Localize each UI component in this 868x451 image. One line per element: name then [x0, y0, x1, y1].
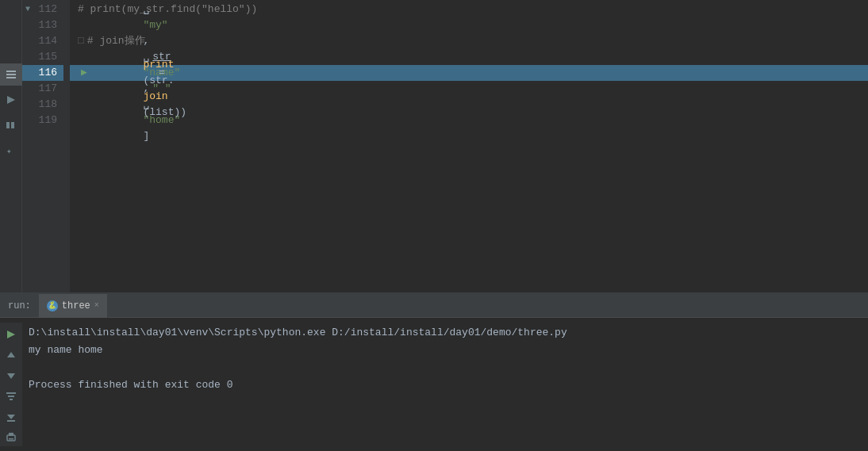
run-label: run: — [0, 300, 39, 311]
python-icon: 🐍 — [47, 300, 58, 311]
terminal-command-line: D:\install\install\day01\venv\Scripts\py… — [29, 324, 862, 342]
sidebar-icon-svg-2 — [6, 94, 17, 105]
svg-marker-7 — [7, 331, 15, 338]
tab-bar: run: 🐍 three × — [0, 294, 868, 318]
line-numbers: 112 113 114 115 116 117 118 119 — [22, 0, 70, 292]
svg-rect-2 — [6, 77, 16, 78]
svg-rect-16 — [9, 433, 13, 436]
line-number-112: 112 — [22, 2, 63, 17]
line-number-113: 113 — [22, 17, 63, 33]
terminal-tab[interactable]: 🐍 three × — [39, 294, 108, 318]
terminal-output-line1: my name home — [29, 342, 862, 359]
line-number-118: 118 — [22, 97, 63, 113]
terminal-output-line2 — [29, 359, 862, 376]
code-line-114: □# join操作 — [70, 33, 868, 49]
sidebar-icon-1[interactable] — [0, 63, 22, 86]
code-line-119 — [70, 113, 868, 128]
svg-rect-5 — [11, 122, 14, 128]
svg-marker-13 — [7, 415, 15, 419]
line-number-116: 116 — [22, 65, 63, 81]
svg-marker-9 — [7, 373, 15, 379]
code-line-113 — [70, 17, 868, 33]
bottom-panel: run: 🐍 three × — [0, 292, 868, 451]
sidebar-icon-2[interactable] — [0, 89, 22, 111]
svg-text:✦: ✦ — [6, 147, 12, 156]
svg-rect-4 — [6, 122, 10, 128]
code-line-117: print (str. join (list)) — [70, 81, 868, 97]
svg-rect-15 — [7, 435, 15, 441]
terminal-output: D:\install\install\day01\venv\Scripts\py… — [0, 318, 868, 451]
terminal-down-icon[interactable] — [2, 367, 21, 384]
svg-rect-12 — [10, 399, 13, 400]
line-number-117: 117 — [22, 81, 63, 97]
terminal-play-icon[interactable] — [2, 326, 21, 343]
left-sidebar-icons: ✦ — [0, 0, 22, 292]
terminal-process-line: Process finished with exit code 0 — [29, 376, 862, 394]
terminal-text-area: D:\install\install\day01\venv\Scripts\py… — [22, 323, 868, 446]
code-line-116: ▶ str = " " — [70, 65, 868, 81]
line-number-119: 119 — [22, 113, 63, 128]
code-line-115: list = [ ␣ "my" , ␣ "name" , ␣ "home" ] — [70, 49, 868, 65]
svg-rect-11 — [8, 396, 14, 397]
line-number-114: 114 — [22, 33, 63, 49]
terminal-up-icon[interactable] — [2, 346, 21, 364]
sidebar-icon-3[interactable] — [0, 114, 22, 136]
code-line-118 — [70, 97, 868, 113]
svg-rect-14 — [7, 420, 15, 422]
sidebar-icon-svg-3 — [6, 120, 17, 131]
terminal-print-icon[interactable] — [2, 429, 21, 446]
svg-marker-8 — [7, 352, 15, 357]
terminal-gutter — [0, 323, 22, 446]
svg-rect-0 — [6, 71, 16, 72]
terminal-filter-icon[interactable] — [2, 388, 21, 405]
terminal-scroll-end-icon[interactable] — [2, 408, 21, 426]
svg-marker-3 — [7, 96, 15, 104]
sidebar-icon-svg-4: ✦ — [6, 145, 17, 156]
sidebar-icon-svg-1 — [6, 69, 17, 80]
code-line-112: # print(my_str.find("hello")) — [70, 2, 868, 17]
sidebar-icon-4[interactable]: ✦ — [0, 140, 22, 162]
svg-rect-17 — [9, 438, 13, 440]
svg-rect-10 — [6, 392, 16, 394]
code-editor[interactable]: # print(my_str.find("hello")) □# join操作 … — [70, 0, 868, 292]
editor-area: ✦ 112 113 114 115 116 117 118 119 — [0, 0, 868, 292]
line-number-115: 115 — [22, 49, 63, 65]
tab-name: three — [62, 300, 90, 311]
svg-rect-1 — [6, 74, 16, 75]
tab-close-button[interactable]: × — [94, 301, 99, 310]
